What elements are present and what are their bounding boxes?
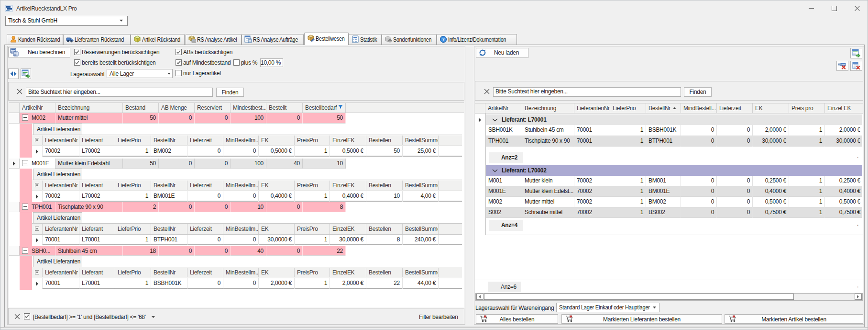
svg-text:?: ? <box>442 37 445 42</box>
